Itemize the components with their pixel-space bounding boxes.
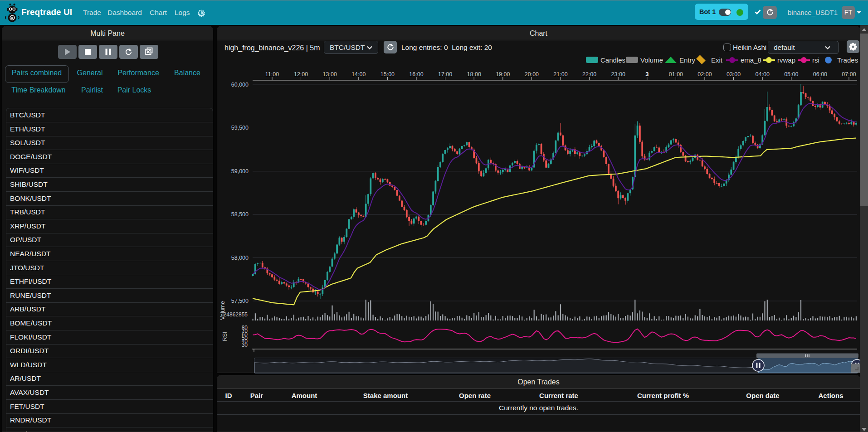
svg-text:19:00: 19:00 — [496, 71, 510, 78]
svg-text:17:00: 17:00 — [438, 71, 452, 78]
svg-text:01:00: 01:00 — [669, 71, 683, 78]
svg-text:3: 3 — [645, 71, 649, 78]
svg-text:11:00: 11:00 — [265, 71, 279, 78]
svg-text:RSI: RSI — [222, 332, 228, 341]
svg-text:18:00: 18:00 — [467, 71, 481, 78]
svg-text:24862855: 24862855 — [224, 311, 248, 318]
svg-text:30: 30 — [242, 342, 248, 348]
svg-text:14:00: 14:00 — [351, 71, 366, 78]
svg-text:05:00: 05:00 — [784, 71, 798, 78]
svg-text:06:00: 06:00 — [813, 71, 827, 78]
svg-text:03:00: 03:00 — [727, 71, 741, 78]
svg-text:59,000: 59,000 — [231, 168, 249, 175]
svg-text:Volume: Volume — [219, 301, 226, 320]
svg-text:16:00: 16:00 — [409, 71, 423, 78]
svg-text:02:00: 02:00 — [697, 71, 712, 78]
svg-text:58,000: 58,000 — [231, 255, 249, 261]
svg-text:13:00: 13:00 — [323, 71, 337, 78]
svg-text:12:00: 12:00 — [294, 71, 308, 78]
svg-text:22:00: 22:00 — [582, 71, 596, 78]
svg-text:57,500: 57,500 — [231, 298, 249, 304]
svg-text:59,500: 59,500 — [231, 125, 249, 131]
svg-text:20:00: 20:00 — [525, 71, 539, 78]
svg-text:07:00: 07:00 — [842, 71, 856, 78]
svg-text:15:00: 15:00 — [380, 71, 395, 78]
svg-text:58,500: 58,500 — [231, 211, 249, 218]
svg-text:23:00: 23:00 — [611, 71, 625, 78]
svg-text:21:00: 21:00 — [553, 71, 567, 78]
svg-text:04:00: 04:00 — [756, 71, 770, 78]
svg-text:60,000: 60,000 — [231, 82, 249, 88]
